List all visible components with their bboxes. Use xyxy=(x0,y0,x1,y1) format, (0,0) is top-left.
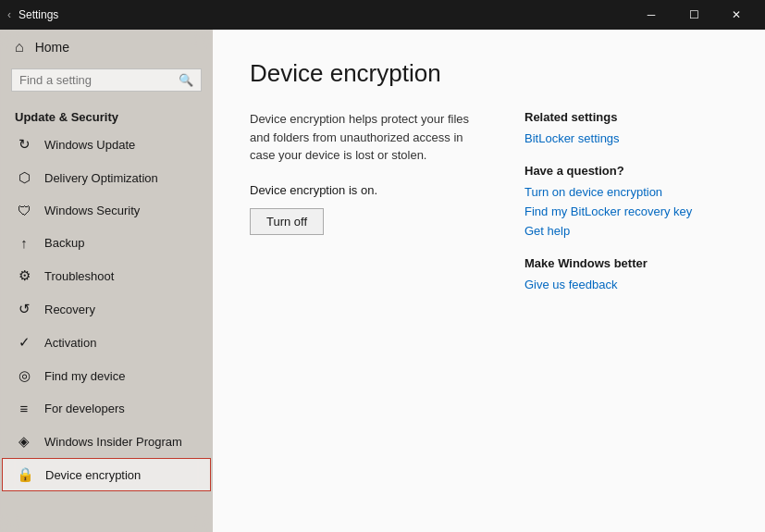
status-text: Device encryption is on. xyxy=(250,183,487,197)
give-feedback-link[interactable]: Give us feedback xyxy=(524,278,728,291)
find-bitlocker-key-link[interactable]: Find my BitLocker recovery key xyxy=(524,204,728,218)
get-help-link[interactable]: Get help xyxy=(524,224,728,238)
sidebar-item-activation[interactable]: ✓ Activation xyxy=(0,326,213,359)
nav-label-activation: Activation xyxy=(44,336,96,350)
make-windows-better-title: Make Windows better xyxy=(524,256,728,270)
sidebar-item-delivery-optimization[interactable]: ⬡ Delivery Optimization xyxy=(0,161,213,194)
windows-update-icon: ↻ xyxy=(15,136,33,153)
backup-icon: ↑ xyxy=(15,235,33,251)
app-title: Settings xyxy=(19,8,630,21)
window-controls: ─ ☐ ✕ xyxy=(630,0,758,30)
sidebar-item-windows-update[interactable]: ↻ Windows Update xyxy=(0,128,213,161)
sidebar-item-find-my-device[interactable]: ◎ Find my device xyxy=(0,359,213,392)
sidebar-item-troubleshoot[interactable]: ⚙ Troubleshoot xyxy=(0,259,213,292)
content-main: Device encryption helps protect your fil… xyxy=(250,110,487,502)
recovery-icon: ↺ xyxy=(15,301,33,317)
nav-label-windows-update: Windows Update xyxy=(44,138,135,152)
windows-security-icon: 🛡 xyxy=(15,203,33,218)
content-body: Device encryption helps protect your fil… xyxy=(250,110,728,502)
for-developers-icon: ≡ xyxy=(15,401,33,416)
nav-label-recovery: Recovery xyxy=(44,303,95,316)
related-settings-title: Related settings xyxy=(524,110,728,124)
nav-label-troubleshoot: Troubleshoot xyxy=(44,269,114,283)
search-input[interactable] xyxy=(19,73,179,87)
sidebar: ⌂ Home 🔍 Update & Security ↻ Windows Upd… xyxy=(0,30,213,532)
sidebar-item-home[interactable]: ⌂ Home xyxy=(0,30,213,65)
windows-insider-icon: ◈ xyxy=(15,433,33,450)
search-icon: 🔍 xyxy=(179,73,193,87)
content-area: Device encryption Device encryption help… xyxy=(213,30,765,532)
home-icon: ⌂ xyxy=(15,39,24,56)
nav-label-find-my-device: Find my device xyxy=(44,369,125,383)
troubleshoot-icon: ⚙ xyxy=(15,267,33,284)
close-button[interactable]: ✕ xyxy=(715,0,758,30)
nav-label-for-developers: For developers xyxy=(44,402,125,415)
bitlocker-settings-link[interactable]: BitLocker settings xyxy=(524,131,728,145)
minimize-button[interactable]: ─ xyxy=(630,0,672,30)
description-text: Device encryption helps protect your fil… xyxy=(250,110,487,165)
device-encryption-icon: 🔒 xyxy=(16,466,34,483)
home-label: Home xyxy=(35,40,69,55)
delivery-optimization-icon: ⬡ xyxy=(15,169,33,186)
sidebar-item-recovery[interactable]: ↺ Recovery xyxy=(0,292,213,326)
nav-label-windows-insider: Windows Insider Program xyxy=(44,435,182,449)
back-button[interactable]: ‹ xyxy=(7,8,11,21)
search-box[interactable]: 🔍 xyxy=(11,68,202,92)
main-container: ⌂ Home 🔍 Update & Security ↻ Windows Upd… xyxy=(0,30,765,532)
nav-label-windows-security: Windows Security xyxy=(44,204,140,217)
sidebar-item-for-developers[interactable]: ≡ For developers xyxy=(0,392,213,425)
sidebar-item-windows-security[interactable]: 🛡 Windows Security xyxy=(0,194,213,227)
activation-icon: ✓ xyxy=(15,334,33,351)
right-panel: Related settings BitLocker settings Have… xyxy=(524,110,728,502)
nav-label-delivery-optimization: Delivery Optimization xyxy=(44,171,158,185)
section-label: Update & Security xyxy=(0,103,213,128)
nav-label-backup: Backup xyxy=(44,236,84,250)
turn-on-encryption-link[interactable]: Turn on device encryption xyxy=(524,185,728,199)
have-a-question-title: Have a question? xyxy=(524,164,728,178)
titlebar: ‹ Settings ─ ☐ ✕ xyxy=(0,0,765,30)
nav-label-device-encryption: Device encryption xyxy=(45,468,141,482)
sidebar-item-backup[interactable]: ↑ Backup xyxy=(0,227,213,259)
sidebar-item-device-encryption[interactable]: 🔒 Device encryption xyxy=(2,458,211,491)
turn-off-button[interactable]: Turn off xyxy=(250,208,324,235)
maximize-button[interactable]: ☐ xyxy=(672,0,715,30)
sidebar-item-windows-insider[interactable]: ◈ Windows Insider Program xyxy=(0,425,213,458)
find-my-device-icon: ◎ xyxy=(15,367,33,384)
page-title: Device encryption xyxy=(250,59,728,88)
